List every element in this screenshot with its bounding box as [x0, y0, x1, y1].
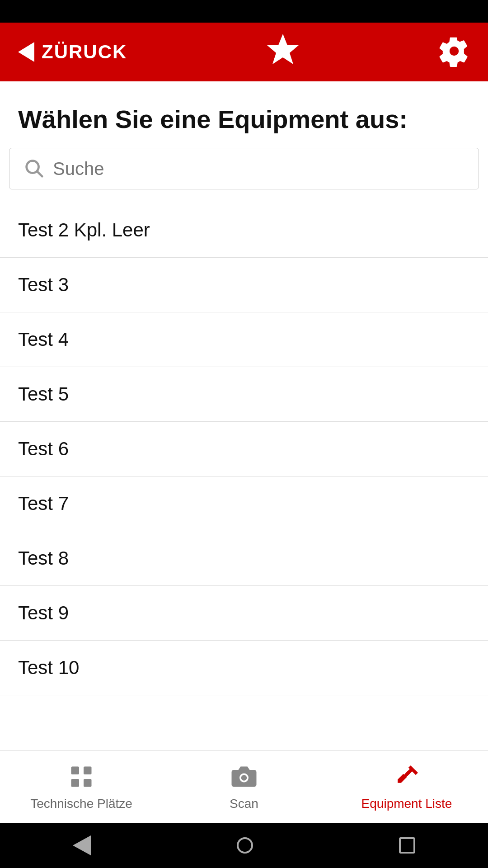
svg-rect-6 — [84, 779, 92, 787]
system-back-icon — [73, 835, 91, 855]
technische-platze-label: Technische Plätze — [30, 797, 132, 811]
system-recents-button[interactable] — [399, 837, 415, 854]
search-icon — [23, 157, 44, 180]
status-bar-bottom — [0, 823, 488, 868]
system-back-button[interactable] — [73, 835, 91, 855]
system-recents-icon — [399, 837, 415, 854]
bottom-nav: Technische Plätze Scan Equipment Liste — [0, 750, 488, 823]
bottom-nav-equipment-liste[interactable]: Equipment Liste — [325, 763, 488, 811]
scan-label: Scan — [230, 797, 258, 811]
list-item[interactable]: Test 5 — [0, 367, 488, 422]
svg-rect-4 — [84, 766, 92, 774]
equipment-list: Test 2 Kpl. Leer Test 3 Test 4 Test 5 Te… — [0, 203, 488, 750]
back-label: ZÜRUCK — [42, 41, 127, 63]
svg-line-2 — [38, 172, 42, 177]
svg-point-8 — [241, 775, 247, 781]
app-logo — [260, 32, 305, 72]
system-home-icon — [237, 837, 253, 854]
back-arrow-icon — [18, 42, 34, 62]
header: ZÜRUCK — [0, 23, 488, 81]
list-item[interactable]: Test 6 — [0, 422, 488, 476]
search-input[interactable] — [53, 159, 465, 179]
list-item[interactable]: Test 10 — [0, 641, 488, 695]
camera-icon — [230, 763, 258, 792]
gear-icon — [438, 35, 470, 67]
list-item[interactable]: Test 4 — [0, 312, 488, 367]
status-bar-top — [0, 0, 488, 23]
page-title: Wählen Sie eine Equipment aus: — [0, 81, 488, 148]
system-home-button[interactable] — [237, 837, 253, 854]
list-item[interactable]: Test 9 — [0, 586, 488, 641]
hammer-icon — [393, 763, 420, 792]
list-item[interactable]: Test 8 — [0, 531, 488, 586]
logo-icon — [260, 32, 305, 72]
search-bar[interactable] — [9, 148, 479, 189]
svg-rect-5 — [71, 779, 80, 787]
main-content: Wählen Sie eine Equipment aus: Test 2 Kp… — [0, 81, 488, 750]
back-button[interactable]: ZÜRUCK — [18, 41, 127, 63]
settings-button[interactable] — [438, 35, 470, 69]
list-item[interactable]: Test 2 Kpl. Leer — [0, 203, 488, 258]
list-item[interactable]: Test 7 — [0, 476, 488, 531]
svg-marker-0 — [267, 34, 299, 64]
grid-icon — [68, 763, 95, 792]
list-item[interactable]: Test 3 — [0, 258, 488, 312]
equipment-liste-label: Equipment Liste — [361, 797, 452, 811]
bottom-nav-scan[interactable]: Scan — [163, 763, 325, 811]
svg-rect-3 — [71, 766, 80, 774]
bottom-nav-technische-platze[interactable]: Technische Plätze — [0, 763, 163, 811]
